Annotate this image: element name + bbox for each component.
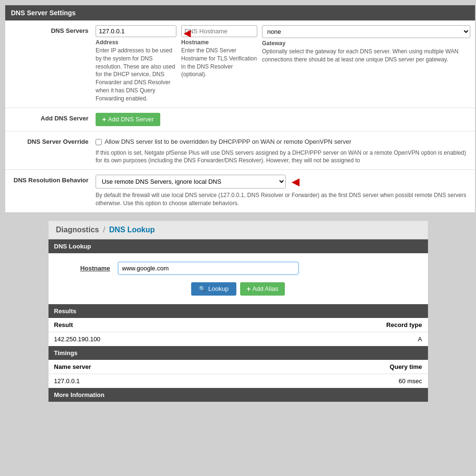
dns-address-input[interactable] bbox=[96, 25, 176, 37]
gateway-select[interactable]: none bbox=[262, 25, 470, 38]
dns-lookup-subpanel: DNS Lookup Hostname Lookup Add Alias bbox=[49, 239, 428, 304]
record-type-value: A bbox=[257, 332, 427, 346]
results-subpanel: Results Result Record type 142.250.190.1… bbox=[49, 304, 428, 346]
more-info-subpanel: More Information bbox=[49, 388, 428, 402]
address-desc: Enter IP addresses to be used by the sys… bbox=[96, 47, 176, 103]
red-arrow-address: ◀ bbox=[184, 28, 191, 38]
dns-resolution-desc: By default the firewall will use local D… bbox=[96, 191, 470, 208]
gateway-desc: Optionally select the gateway for each D… bbox=[262, 48, 470, 64]
hostname-desc: Enter the DNS Server Hostname for TLS Ve… bbox=[181, 47, 257, 79]
dns-resolution-row: DNS Resolution Behavior Use remote DNS S… bbox=[5, 170, 475, 212]
dns-override-row: DNS Server Override Allow DNS server lis… bbox=[5, 131, 475, 170]
gateway-sublabel: Gateway bbox=[262, 40, 470, 47]
add-dns-server-button[interactable]: Add DNS Server bbox=[96, 113, 160, 126]
breadcrumb-current: DNS Lookup bbox=[109, 226, 155, 234]
results-table: Result Record type 142.250.190.100 A bbox=[49, 318, 428, 346]
timing-query-time: 60 msec bbox=[248, 374, 427, 388]
breadcrumb-separator: / bbox=[103, 226, 105, 234]
add-alias-button[interactable]: Add Alias bbox=[240, 282, 285, 296]
dns-override-checkbox-label: Allow DNS server list to be overridden b… bbox=[105, 138, 351, 145]
dns-hostname-input[interactable] bbox=[181, 25, 257, 37]
timing-name-server: 127.0.0.1 bbox=[49, 374, 248, 388]
diagnostics-panel: Diagnostics / DNS Lookup DNS Lookup Host… bbox=[48, 220, 428, 402]
address-sublabel: Address bbox=[96, 39, 176, 46]
col-result: Result bbox=[49, 318, 258, 332]
more-info-header: More Information bbox=[49, 388, 428, 402]
add-dns-server-row: Add DNS Server Add DNS Server bbox=[5, 108, 475, 131]
breadcrumb-diagnostics: Diagnostics bbox=[56, 226, 99, 234]
hostname-label: Hostname bbox=[56, 265, 118, 272]
dns-lookup-header: DNS Lookup bbox=[49, 239, 428, 253]
hostname-row: Hostname bbox=[49, 259, 428, 278]
dns-resolution-select[interactable]: Use remote DNS Servers, ignore local DNS… bbox=[96, 175, 286, 188]
hostname-input[interactable] bbox=[118, 262, 299, 275]
plus-icon-alias bbox=[247, 285, 251, 293]
timings-table: Name server Query time 127.0.0.1 60 msec bbox=[49, 360, 428, 388]
table-row: 127.0.0.1 60 msec bbox=[49, 374, 428, 388]
result-value: 142.250.190.100 bbox=[49, 332, 258, 346]
col-record-type: Record type bbox=[257, 318, 427, 332]
lookup-button[interactable]: Lookup bbox=[191, 282, 236, 296]
dns-server-settings-panel: DNS Server Settings DNS Servers ◀ Addres… bbox=[5, 5, 476, 213]
add-dns-server-label: Add DNS Server bbox=[5, 113, 96, 126]
plus-icon bbox=[102, 116, 106, 123]
search-icon bbox=[199, 285, 206, 292]
timings-header: Timings bbox=[49, 346, 428, 360]
dns-servers-row: DNS Servers ◀ Address Enter IP addresses… bbox=[5, 20, 475, 108]
dns-override-checkbox[interactable] bbox=[96, 139, 102, 145]
breadcrumb: Diagnostics / DNS Lookup bbox=[49, 221, 428, 239]
hostname-column: Hostname Enter the DNS Server Hostname f… bbox=[181, 25, 257, 79]
address-column: ◀ Address Enter IP addresses to be used … bbox=[96, 25, 176, 103]
red-arrow-resolution: ◀ bbox=[291, 176, 300, 188]
dns-resolution-label: DNS Resolution Behavior bbox=[5, 175, 96, 208]
dns-override-label: DNS Server Override bbox=[5, 136, 96, 165]
col-query-time: Query time bbox=[248, 360, 427, 374]
results-header: Results bbox=[49, 304, 428, 318]
dns-settings-header: DNS Server Settings bbox=[5, 5, 475, 20]
col-name-server: Name server bbox=[49, 360, 248, 374]
dns-override-desc: If this option is set, Netgate pfSense P… bbox=[96, 149, 470, 165]
table-row: 142.250.190.100 A bbox=[49, 332, 428, 346]
hostname-sublabel: Hostname bbox=[181, 39, 257, 46]
timings-subpanel: Timings Name server Query time 127.0.0.1… bbox=[49, 346, 428, 388]
dns-servers-label: DNS Servers bbox=[5, 25, 96, 103]
gateway-column: none Gateway Optionally select the gatew… bbox=[262, 25, 470, 64]
